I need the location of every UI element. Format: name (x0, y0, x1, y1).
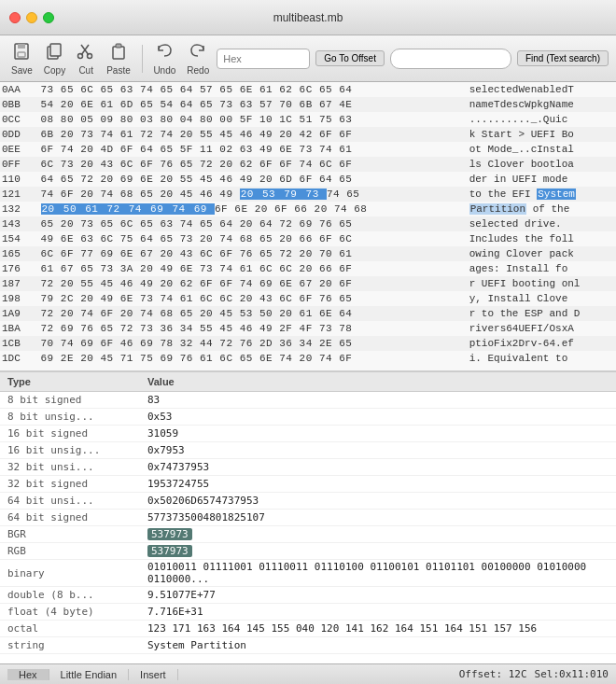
hex-bytes[interactable]: 6C 73 20 43 6C 6F 76 65 72 20 62 6F 6F 7… (39, 157, 468, 172)
hex-bytes[interactable]: 20 50 61 72 74 69 74 69 6F 6E 20 6F 66 2… (39, 202, 468, 216)
table-row: 1DC69 2E 20 45 71 75 69 76 61 6C 65 6E 7… (0, 351, 616, 366)
redo-button-group[interactable]: Redo (183, 42, 213, 76)
paste-button-group[interactable]: Paste (103, 42, 134, 76)
hex-bytes[interactable]: 49 6E 63 6C 75 64 65 73 20 74 68 65 20 6… (39, 231, 468, 246)
hex-bytes[interactable]: 65 20 73 65 6C 65 63 74 65 64 20 64 72 6… (39, 216, 468, 231)
goto-offset-button[interactable]: Go To Offset (315, 50, 385, 66)
hex-bytes[interactable]: 6F 74 20 4D 6F 64 65 5F 11 02 63 49 6E 7… (39, 142, 468, 157)
hex-bytes[interactable]: 08 80 05 09 80 03 80 04 80 00 5F 10 1C 5… (39, 112, 468, 127)
inspector-rows: 8 bit signed838 bit unsig...0x5316 bit s… (0, 392, 616, 654)
table-row: 1BA72 69 76 65 72 73 36 34 55 45 46 49 2… (0, 321, 616, 336)
table-row: 19879 2C 20 49 6E 73 74 61 6C 6C 20 43 6… (0, 291, 616, 306)
cut-icon (77, 42, 95, 63)
hex-bytes[interactable]: 73 65 6C 65 63 74 65 64 57 65 6E 61 62 6… (39, 82, 468, 97)
table-row: 1656C 6F 77 69 6E 67 20 43 6C 6F 76 65 7… (0, 246, 616, 261)
hex-bytes[interactable]: 79 2C 20 49 6E 73 74 61 6C 6C 20 43 6C 6… (39, 291, 468, 306)
table-row: 0CC08 80 05 09 80 03 80 04 80 00 5F 10 1… (0, 112, 616, 127)
save-label: Save (11, 65, 33, 76)
inspector-type: 32 bit unsi... (0, 460, 140, 474)
list-item: float (4 byte)7.716E+31 (0, 604, 616, 621)
paste-label: Paste (106, 65, 131, 76)
inspector-value: 1953724755 (140, 477, 616, 491)
cut-label: Cut (78, 65, 93, 76)
table-row: 12174 6F 20 74 68 65 20 45 46 49 20 53 7… (0, 187, 616, 202)
list-item: RGB537973 (0, 543, 616, 560)
hex-offset: 1BA (0, 321, 39, 336)
table-row: 11064 65 72 20 69 6E 20 55 45 46 49 20 6… (0, 172, 616, 187)
hex-offset: 154 (0, 231, 39, 246)
ascii-text: selectedWenabledT (468, 82, 616, 97)
maximize-button[interactable] (43, 12, 54, 23)
svg-rect-1 (18, 44, 25, 49)
cut-button-group[interactable]: Cut (73, 42, 99, 76)
list-item: BGR537973 (0, 526, 616, 543)
table-row: 13220 50 61 72 74 69 74 69 6F 6E 20 6F 6… (0, 202, 616, 216)
table-row: 0FF6C 73 20 43 6C 6F 76 65 72 20 62 6F 6… (0, 157, 616, 172)
ascii-text: selected drive. (468, 216, 616, 231)
hex-bytes[interactable]: 6C 6F 77 69 6E 67 20 43 6C 6F 76 65 72 2… (39, 246, 468, 261)
ascii-text: nameTdescWpkgName (468, 97, 616, 112)
hex-bytes[interactable]: 61 67 65 73 3A 20 49 6E 73 74 61 6C 6C 2… (39, 261, 468, 276)
find-button[interactable]: Find (Text search) (517, 50, 609, 66)
hex-offset: 0BB (0, 97, 39, 112)
type-column-header: Type (0, 374, 140, 389)
hex-view[interactable]: 0AA73 65 6C 65 63 74 65 64 57 65 6E 61 6… (0, 82, 616, 371)
main-content: 0AA73 65 6C 65 63 74 65 64 57 65 6E 61 6… (0, 82, 616, 663)
hex-bytes[interactable]: 6B 20 73 74 61 72 74 20 55 45 46 49 20 4… (39, 127, 468, 142)
table-row: 0DD6B 20 73 74 61 72 74 20 55 45 46 49 2… (0, 127, 616, 142)
search-input[interactable] (390, 49, 511, 69)
copy-button-group[interactable]: Copy (40, 42, 69, 76)
table-row: 15449 6E 63 6C 75 64 65 73 20 74 68 65 2… (0, 231, 616, 246)
status-tab-little-endian[interactable]: Little Endian (49, 669, 130, 680)
hex-bytes[interactable]: 69 2E 20 45 71 75 69 76 61 6C 65 6E 74 2… (39, 351, 468, 366)
inspector-value: 5773735004801825107 (140, 510, 616, 524)
hex-bytes[interactable]: 72 20 55 45 46 49 20 62 6F 6F 74 69 6E 6… (39, 276, 468, 291)
status-tab-insert[interactable]: Insert (129, 669, 178, 680)
inspector-value: System Partition (140, 638, 616, 652)
toolbar-right: Go To Offset 🔍 Find (Text search) (217, 49, 609, 69)
inspector-type: 64 bit unsi... (0, 494, 140, 508)
svg-rect-9 (113, 47, 124, 59)
hex-offset: 143 (0, 216, 39, 231)
list-item: 64 bit signed5773735004801825107 (0, 510, 616, 526)
inspector-value: 7.716E+31 (140, 605, 616, 619)
hex-offset: 110 (0, 172, 39, 187)
inspector-type: RGB (0, 544, 140, 558)
close-button[interactable] (9, 12, 21, 23)
undo-button-group[interactable]: Undo (149, 42, 179, 76)
inspector-value: 83 (140, 393, 616, 407)
status-tab-hex[interactable]: Hex (7, 669, 49, 680)
list-item: 8 bit signed83 (0, 392, 616, 409)
hex-bytes[interactable]: 54 20 6E 61 6D 65 54 64 65 73 63 57 70 6… (39, 97, 468, 112)
save-button-group[interactable]: Save (7, 42, 36, 76)
list-item: 32 bit unsi...0x74737953 (0, 459, 616, 476)
inspector-value: 0x53 (140, 410, 616, 424)
ascii-text: r UEFI booting onl (468, 276, 616, 291)
hex-bytes[interactable]: 74 6F 20 74 68 65 20 45 46 49 20 53 79 7… (39, 187, 468, 202)
inspector-type: BGR (0, 527, 140, 541)
ascii-text: ages: Install fo (468, 261, 616, 276)
status-tabs: HexLittle EndianInsert (7, 669, 178, 680)
ascii-text: Partition of the (468, 202, 616, 216)
ascii-text: r to the ESP and D (468, 306, 616, 321)
toolbar: Save Copy Cut Paste (0, 35, 616, 82)
inspector-value: 0x74737953 (140, 460, 616, 474)
table-row: 0EE6F 74 20 4D 6F 64 65 5F 11 02 63 49 6… (0, 142, 616, 157)
table-row: 17661 67 65 73 3A 20 49 6E 73 74 61 6C 6… (0, 261, 616, 276)
hex-offset: 198 (0, 291, 39, 306)
hex-bytes[interactable]: 72 69 76 65 72 73 36 34 55 45 46 49 2F 4… (39, 321, 468, 336)
inspector-type: string (0, 638, 140, 652)
offset-input[interactable] (217, 49, 310, 69)
list-item: octal123 171 163 164 145 155 040 120 141… (0, 621, 616, 637)
table-row: 18772 20 55 45 46 49 20 62 6F 6F 74 69 6… (0, 276, 616, 291)
inspector-value: 9.51077E+77 (140, 588, 616, 602)
hex-bytes[interactable]: 72 20 74 6F 20 74 68 65 20 45 53 50 20 6… (39, 306, 468, 321)
hex-bytes[interactable]: 70 74 69 6F 46 69 78 32 44 72 76 2D 36 3… (39, 336, 468, 351)
inspector-value: 01010011 01111001 01110011 01110100 0110… (140, 560, 616, 586)
statusbar: HexLittle EndianInsert Offset: 12C Sel:0… (0, 663, 616, 684)
ascii-text: Includes the foll (468, 231, 616, 246)
hex-offset: 0DD (0, 127, 39, 142)
toolbar-separator-1 (142, 45, 143, 73)
hex-bytes[interactable]: 64 65 72 20 69 6E 20 55 45 46 49 20 6D 6… (39, 172, 468, 187)
minimize-button[interactable] (26, 12, 37, 23)
